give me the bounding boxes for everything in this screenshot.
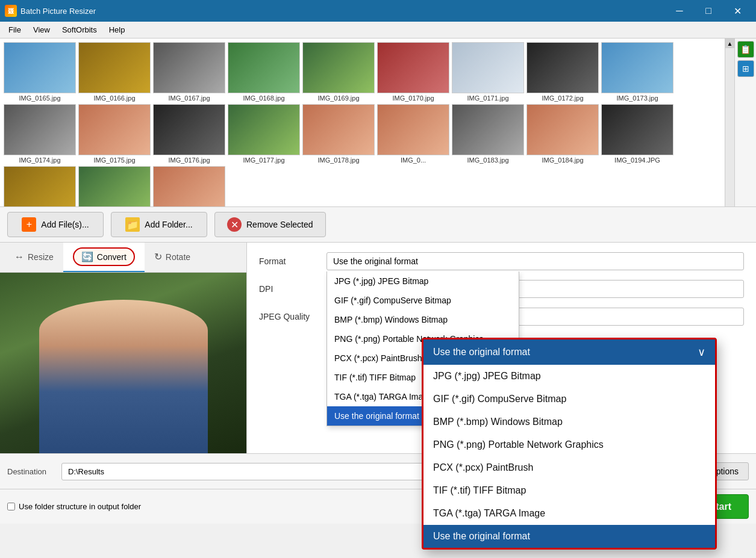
file-strip: IMG_0165.jpg IMG_0166.jpg IMG_0167.jpg I… bbox=[0, 39, 756, 207]
thumb-label: IMG_0169.jpg bbox=[317, 95, 359, 102]
thumb-preview bbox=[377, 42, 449, 93]
thumbnail-item[interactable]: IMG_0167.jpg bbox=[153, 42, 225, 102]
thumbnail-item[interactable]: IMG_0174.jpg bbox=[4, 104, 76, 164]
format-field-row: Format Use the original format JPG (*.jp… bbox=[259, 252, 744, 270]
folder-structure-checkbox[interactable] bbox=[7, 503, 15, 510]
tab-resize[interactable]: ↔ Resize bbox=[5, 243, 63, 272]
thumbnail-item[interactable]: IMG_0184.jpg bbox=[526, 104, 599, 164]
big-drop-tga[interactable]: TGA (*.tga) TARGA Image bbox=[423, 502, 715, 525]
thumbnail-item[interactable]: IMG_0170.jpg bbox=[377, 42, 449, 102]
main-area: ↔ Resize 🔄 Convert ↻ Rotate Format bbox=[0, 243, 756, 453]
thumb-label: IMG_0176.jpg bbox=[168, 157, 210, 164]
close-button[interactable]: ✕ bbox=[723, 0, 751, 22]
thumb-preview bbox=[4, 42, 76, 93]
thumb-label: IMG_0170.jpg bbox=[392, 95, 434, 102]
thumb-preview bbox=[377, 104, 449, 155]
format-dropdown[interactable]: Use the original format JPG (*.jpg) JPEG… bbox=[326, 252, 744, 270]
folder-structure-option[interactable]: Use folder structure in output folder bbox=[7, 502, 141, 511]
preview-person-shape bbox=[39, 300, 208, 453]
thumb-preview bbox=[153, 166, 225, 206]
add-files-icon: + bbox=[22, 217, 36, 232]
big-dropdown-chevron-icon: ∨ bbox=[698, 346, 705, 359]
action-bar: + Add File(s)... 📁 Add Folder... ✕ Remov… bbox=[0, 207, 756, 243]
thumb-preview bbox=[526, 42, 599, 93]
add-to-list-button[interactable]: 📋 bbox=[737, 41, 754, 58]
thumb-preview bbox=[4, 166, 76, 206]
add-folder-button[interactable]: 📁 Add Folder... bbox=[111, 212, 207, 237]
menu-softorbits[interactable]: SoftOrbits bbox=[56, 24, 103, 36]
thumbnail-item[interactable]: IMG_0175.jpg bbox=[78, 104, 151, 164]
thumbnail-item[interactable]: IMG_0177.jpg bbox=[228, 104, 300, 164]
tab-rotate[interactable]: ↻ Rotate bbox=[145, 243, 200, 272]
thumbnail-item[interactable]: IMG_0172.jpg bbox=[526, 42, 599, 102]
big-drop-original[interactable]: Use the original format bbox=[423, 525, 715, 548]
thumbnail-item[interactable]: IMG_0165.jpg bbox=[4, 42, 76, 102]
thumbnail-item[interactable]: IMG_0195.JPG bbox=[4, 166, 76, 206]
big-drop-png[interactable]: PNG (*.png) Portable Network Graphics bbox=[423, 433, 715, 456]
thumbnail-item[interactable]: IMG_0... bbox=[377, 104, 449, 164]
remove-selected-button[interactable]: ✕ Remove Selected bbox=[214, 212, 326, 237]
resize-icon: ↔ bbox=[14, 252, 24, 262]
thumbnail-item[interactable]: IMG_0... bbox=[153, 166, 225, 206]
strip-right-panel: 📋 ⊞ bbox=[734, 39, 756, 206]
app-icon: 🖼 bbox=[5, 5, 17, 17]
big-drop-bmp[interactable]: BMP (*.bmp) Windows Bitmap bbox=[423, 411, 715, 433]
thumb-label: IMG_0168.jpg bbox=[243, 95, 284, 102]
thumb-label: IMG_0172.jpg bbox=[542, 95, 583, 102]
thumbnail-item[interactable]: IMG_0169.jpg bbox=[302, 42, 375, 102]
thumb-preview bbox=[601, 42, 673, 93]
thumbnail-item[interactable]: IMG_0194.JPG bbox=[601, 104, 673, 164]
thumb-preview bbox=[601, 104, 673, 155]
window-controls: ─ □ ✕ bbox=[666, 0, 751, 22]
dpi-label: DPI bbox=[259, 284, 319, 294]
minimize-button[interactable]: ─ bbox=[666, 0, 693, 22]
thumbnail-item[interactable]: IMG_0173.jpg bbox=[601, 42, 673, 102]
thumb-preview bbox=[302, 104, 375, 155]
strip-scrollbar: ▲ bbox=[725, 39, 734, 206]
menu-file[interactable]: File bbox=[2, 24, 27, 36]
big-drop-gif[interactable]: GIF (*.gif) CompuServe Bitmap bbox=[423, 388, 715, 411]
add-files-button[interactable]: + Add File(s)... bbox=[7, 212, 104, 237]
thumbnail-item[interactable]: IMG_0166.jpg bbox=[78, 42, 151, 102]
big-dropdown-header[interactable]: Use the original format ∨ bbox=[423, 339, 715, 365]
big-drop-jpg[interactable]: JPG (*.jpg) JPEG Bitmap bbox=[423, 365, 715, 388]
thumbnail-item[interactable]: IMG_0183.jpg bbox=[452, 104, 524, 164]
scroll-up-arrow[interactable]: ▲ bbox=[725, 39, 735, 48]
thumbnail-item[interactable]: IMG_0196.jpg bbox=[78, 166, 151, 206]
thumb-preview bbox=[452, 42, 524, 93]
thumbnail-area: IMG_0165.jpg IMG_0166.jpg IMG_0167.jpg I… bbox=[0, 39, 725, 206]
jpeg-quality-label: JPEG Quality bbox=[259, 312, 319, 321]
add-folder-icon: 📁 bbox=[125, 217, 140, 232]
thumb-label: IMG_0165.jpg bbox=[19, 95, 60, 102]
thumb-preview bbox=[4, 104, 76, 155]
left-panel: ↔ Resize 🔄 Convert ↻ Rotate bbox=[0, 243, 247, 453]
rotate-icon: ↻ bbox=[154, 251, 162, 262]
thumb-preview bbox=[78, 42, 151, 93]
thumb-preview bbox=[452, 104, 524, 155]
thumb-label: IMG_0178.jpg bbox=[317, 157, 359, 164]
maximize-button[interactable]: □ bbox=[695, 0, 722, 22]
thumbnail-item[interactable]: IMG_0171.jpg bbox=[452, 42, 524, 102]
menu-view[interactable]: View bbox=[27, 24, 56, 36]
titlebar: 🖼 Batch Picture Resizer ─ □ ✕ bbox=[0, 0, 756, 22]
thumb-label: IMG_0184.jpg bbox=[542, 157, 583, 164]
thumbnail-item[interactable]: IMG_0178.jpg bbox=[302, 104, 375, 164]
tab-convert[interactable]: 🔄 Convert bbox=[63, 243, 145, 272]
remove-icon: ✕ bbox=[227, 217, 242, 232]
format-label: Format bbox=[259, 256, 319, 266]
big-drop-pcx[interactable]: PCX (*.pcx) PaintBrush bbox=[423, 456, 715, 479]
thumb-preview bbox=[526, 104, 599, 155]
big-drop-tif[interactable]: TIF (*.tif) TIFF Bitmap bbox=[423, 479, 715, 502]
thumb-label: IMG_0183.jpg bbox=[467, 157, 508, 164]
tab-bar: ↔ Resize 🔄 Convert ↻ Rotate bbox=[0, 243, 246, 273]
drop-bmp[interactable]: BMP (*.bmp) Windows Bitmap bbox=[327, 310, 519, 329]
thumb-label: IMG_0173.jpg bbox=[616, 95, 658, 102]
drop-gif[interactable]: GIF (*.gif) CompuServe Bitmap bbox=[327, 291, 519, 310]
thumbnail-item[interactable]: IMG_0168.jpg bbox=[228, 42, 300, 102]
grid-view-button[interactable]: ⊞ bbox=[737, 60, 754, 77]
thumb-label: IMG_0175.jpg bbox=[93, 157, 135, 164]
drop-jpg[interactable]: JPG (*.jpg) JPEG Bitmap bbox=[327, 271, 519, 291]
thumb-label: IMG_0... bbox=[401, 157, 426, 164]
menu-help[interactable]: Help bbox=[103, 24, 131, 36]
thumbnail-item[interactable]: IMG_0176.jpg bbox=[153, 104, 225, 164]
